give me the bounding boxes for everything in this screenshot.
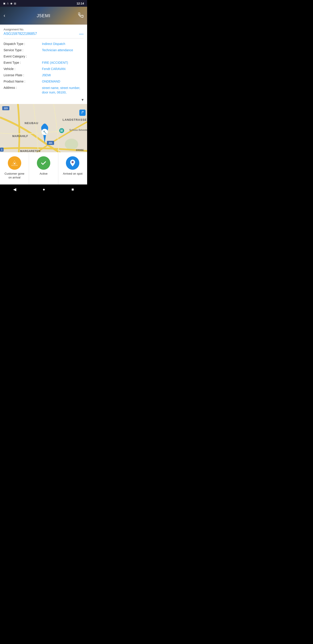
customer-gone-button[interactable]: ✕ Customer goneon arrival xyxy=(0,152,29,184)
svg-text:↱: ↱ xyxy=(81,110,84,115)
status-icons: ▣ ⚠ ◉ ▤ xyxy=(3,2,16,5)
svg-text:MARIAHILF: MARIAHILF xyxy=(12,134,28,138)
status-bar: ▣ ⚠ ◉ ▤ 12:14 xyxy=(0,0,87,7)
customer-gone-icon-circle: ✕ xyxy=(8,156,21,170)
service-type-row: Service Type : Technician attendance xyxy=(3,47,83,53)
vehicle-row: Vehicle : Fendt CARAVAN xyxy=(3,66,83,72)
header-title: J5EMI xyxy=(37,13,50,18)
address-value: street name, street number, door num, 06… xyxy=(42,86,83,94)
svg-text:🏛: 🏛 xyxy=(60,129,63,132)
nav-back-button[interactable]: ◀ xyxy=(9,185,21,194)
event-type-row: Event Type : FIRE (ACCIDENT) xyxy=(3,60,83,66)
active-label: Active xyxy=(39,172,47,176)
back-button[interactable]: ‹ xyxy=(3,13,5,18)
svg-text:Schloss Belvedere: Schloss Belvedere xyxy=(69,128,87,131)
svg-text:LANDSTRASSE: LANDSTRASSE xyxy=(62,118,87,122)
arrived-pin-icon xyxy=(69,159,76,167)
nav-recents-button[interactable]: ■ xyxy=(67,185,78,194)
warning-icon: ⚠ xyxy=(7,2,9,5)
app-icon: ▣ xyxy=(3,2,5,5)
collapse-row[interactable]: ▾ xyxy=(3,96,83,104)
arrived-button[interactable]: Arrived on spot xyxy=(58,152,87,184)
address-row: Address : street name, street number, do… xyxy=(3,84,83,96)
event-type-label: Event Type : xyxy=(3,61,42,64)
vehicle-label: Vehicle : xyxy=(3,67,42,71)
license-plate-label: License Plate : xyxy=(3,73,42,77)
nav-home-button[interactable]: ● xyxy=(38,185,50,194)
product-name-row: Product Name : ONDEMAND xyxy=(3,78,83,84)
menu-icon: ▤ xyxy=(14,2,16,5)
collapse-button[interactable]: — xyxy=(79,32,83,36)
product-name-label: Product Name : xyxy=(3,80,42,83)
svg-text:221: 221 xyxy=(49,142,52,144)
license-plate-value: J5EMI xyxy=(42,73,83,77)
svg-point-2 xyxy=(65,139,78,150)
assignment-row: ASG1597822186857 — xyxy=(3,32,83,38)
product-name-value: ONDEMAND xyxy=(42,80,83,83)
event-type-value: FIRE (ACCIDENT) xyxy=(42,61,83,64)
phone-button[interactable] xyxy=(78,12,83,19)
vehicle-value: Fendt CARAVAN xyxy=(42,67,83,71)
active-button[interactable]: Active xyxy=(29,152,58,184)
arrived-icon-circle xyxy=(66,156,79,170)
bottom-nav: ◀ ● ■ xyxy=(0,184,87,194)
svg-text:🔧: 🔧 xyxy=(43,130,47,134)
service-type-value: Technician attendance xyxy=(42,48,83,52)
status-time: 12:14 xyxy=(77,2,84,5)
license-plate-row: License Plate : J5EMI xyxy=(3,72,83,78)
settings-icon: ◉ xyxy=(10,2,12,5)
info-panel: Assignment No. ASG1597822186857 — Dispat… xyxy=(0,24,87,104)
assignment-number: ASG1597822186857 xyxy=(3,32,37,36)
map-container[interactable]: NEUBAU LANDSTRASSE MARIAHILF MARGARETEN … xyxy=(0,104,87,184)
event-category-value xyxy=(42,54,83,58)
dispatch-type-value: Indirect Dispatch xyxy=(42,42,83,46)
header: ‹ J5EMI xyxy=(0,7,87,24)
action-buttons: ✕ Customer goneon arrival Active xyxy=(0,152,87,184)
address-label: Address : xyxy=(3,86,42,94)
svg-text:NEUBAU: NEUBAU xyxy=(24,122,38,125)
chevron-down-icon: ▾ xyxy=(81,97,83,102)
svg-point-36 xyxy=(72,162,73,163)
customer-gone-icon: ✕ xyxy=(11,160,18,166)
event-category-row: Event Category : xyxy=(3,53,83,60)
service-type-label: Service Type : xyxy=(3,48,42,52)
arrived-label: Arrived on spot xyxy=(63,172,82,176)
svg-text:✕: ✕ xyxy=(13,162,16,166)
svg-text:ERDBE: ERDBE xyxy=(76,149,84,152)
active-checkmark-icon xyxy=(40,160,47,166)
svg-text:223: 223 xyxy=(4,107,8,110)
svg-text:1: 1 xyxy=(1,148,2,151)
dispatch-type-label: Dispatch Type : xyxy=(3,42,42,46)
dispatch-type-row: Dispatch Type : Indirect Dispatch xyxy=(3,41,83,47)
active-icon-circle xyxy=(37,156,50,170)
customer-gone-label: Customer goneon arrival xyxy=(4,172,24,180)
assignment-label: Assignment No. xyxy=(3,28,83,31)
event-category-label: Event Category : xyxy=(3,54,42,58)
